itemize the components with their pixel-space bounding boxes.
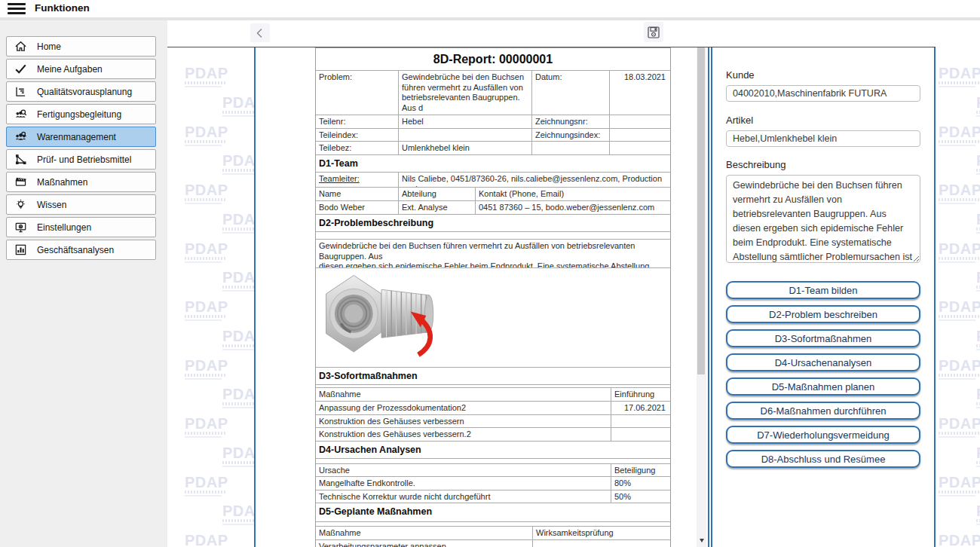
report-cell: Mangelhafte Endkontrolle. [316, 477, 611, 490]
chevron-left-icon [253, 26, 267, 40]
pdap-watermark: PDAP [976, 212, 980, 234]
pdap-watermark: PDAP [939, 66, 980, 87]
report-cell: 17.06.2021 [611, 402, 669, 414]
report-spacer-row [316, 459, 670, 464]
report-table-row: UrsacheBeteiligung [316, 464, 670, 477]
pdap-watermark: PDAP [976, 504, 980, 525]
report-cell: Zeichnungsindex: [532, 129, 610, 141]
sidebar-item-fertigungsbegleitung[interactable]: Fertigungsbegleitung [6, 104, 156, 124]
report-table-row: Verarbeitungsparameter anpassen [316, 540, 670, 547]
report-table-row: Teilebez:Umlenkhebel klein [316, 142, 670, 155]
d6-step-button[interactable]: D6-Maßnahmen durchführen [726, 402, 920, 420]
sidebar-item-pr-f-und-betriebsmittel[interactable]: Prüf- und Betriebsmittel [6, 149, 156, 170]
report-cell: Konstruktion des Gehäuses verbessern [316, 415, 611, 427]
artikel-input[interactable] [726, 130, 920, 147]
report-cell: Anpassung der Prozessdokumentation2 [316, 402, 611, 414]
d1-step-button[interactable]: D1-Team bilden [726, 281, 920, 299]
section-title: D4-Ursachen Analysen [316, 442, 424, 458]
sidebar-item-gesch-ftsanalysen[interactable]: Geschäftsanalysen [6, 240, 156, 260]
pdap-watermark: PDAP [939, 242, 980, 263]
report-section-header: D4-Ursachen Analysen [316, 442, 670, 459]
pdap-watermark: PDAP [185, 533, 227, 547]
report-table-row: Problem:Gewindebrüche bei den Buchsen fü… [316, 71, 670, 115]
report-preview-container: 8D-Report: 00000001Problem:Gewindebrüche… [254, 47, 709, 547]
set-square-icon [14, 153, 27, 167]
report-cell: Zeichnungsnr: [532, 115, 610, 128]
pdap-watermark: PDAP [939, 359, 980, 380]
pdap-watermark: PDAP [939, 533, 980, 547]
planning-chart-icon [14, 85, 27, 99]
sidebar-item-wissen[interactable]: Wissen [6, 194, 156, 215]
report-cell: Bodo Weber [316, 201, 399, 214]
report-cell: Teilenr: [316, 115, 399, 128]
pdap-watermark: PDAP [185, 125, 227, 146]
sidebar-item-meine-aufgaben[interactable]: Meine Aufgaben [6, 59, 156, 79]
report-cell [533, 540, 669, 547]
report-table-row: Konstruktion des Gehäuses verbessern [316, 415, 670, 428]
report-table-row: Mangelhafte Endkontrolle.80% [316, 477, 670, 490]
sidebar-item-ma-nahmen[interactable]: Maßnahmen [6, 172, 156, 192]
section-title: D2-Problembeschreibung [316, 215, 436, 231]
pdap-watermark: PDAP [185, 183, 227, 204]
top-bar: Funktionen [0, 0, 980, 20]
artikel-label: Artikel [726, 115, 920, 126]
sidebar-item-label: Warenmanagement [37, 132, 116, 142]
scrollbar-thumb[interactable] [697, 47, 705, 374]
report-cell: 50% [611, 490, 669, 503]
report-cell: Ext. Analyse [399, 201, 476, 214]
d8-step-button[interactable]: D8-Abschluss und Resümee [726, 450, 920, 468]
pdap-watermark: PDAP [976, 329, 980, 350]
back-button[interactable] [250, 23, 270, 42]
pdap-watermark: PDAP [185, 242, 227, 263]
d7-step-button[interactable]: D7-Wiederholungsvermeidung [726, 426, 920, 444]
report-table-row: Teamleiter:Nils Caliebe, 0451/87360-26, … [316, 173, 670, 188]
report-cell: 80% [611, 477, 669, 490]
sidebar-item-label: Einstellungen [37, 222, 91, 233]
report-cell: Beteiligung [611, 464, 669, 476]
kunde-input[interactable] [726, 85, 920, 102]
toolbar [167, 20, 980, 47]
report-title-row: 8D-Report: 00000001 [316, 48, 670, 71]
sidebar-item-label: Home [37, 41, 61, 52]
save-button[interactable] [644, 22, 663, 42]
beschreibung-textarea[interactable]: Gewindebrüche bei den Buchsen führen ver… [726, 175, 920, 263]
paragraph-text: Gewindebrüche bei den Buchsen führen ver… [316, 240, 670, 267]
content-area: PDAPPDAPPDAPPDAPPDAPPDAPPDAPPDAPPDAPPDAP… [167, 47, 980, 547]
sidebar-item-label: Fertigungsbegleitung [37, 109, 121, 120]
report-cell: Abteilung [399, 188, 476, 200]
pdap-watermark: PDAP [939, 183, 980, 204]
report-cell [399, 129, 532, 141]
settings-monitor-icon [14, 221, 27, 234]
report-cell: Technische Korrektur wurde nicht durchge… [316, 490, 611, 503]
d5-step-button[interactable]: D5-Maßnahmen planen [726, 377, 920, 396]
report-table-row: Technische Korrektur wurde nicht durchge… [316, 490, 670, 503]
report-cell: Teamleiter: [316, 173, 399, 187]
bar-chart-icon [14, 243, 27, 257]
hamburger-menu-icon[interactable] [8, 3, 26, 15]
report-cell [610, 115, 669, 128]
sidebar-item-home[interactable]: Home [6, 36, 156, 57]
report-table-row: Anpassung der Prozessdokumentation217.06… [316, 402, 670, 415]
sidebar-item-qualit-tsvorausplanung[interactable]: Qualitätsvorausplanung [6, 81, 156, 102]
scrollbar-down-arrow-icon[interactable] [697, 539, 706, 546]
sidebar-item-label: Qualitätsvorausplanung [37, 87, 132, 97]
pdap-watermark: PDAP [939, 475, 980, 497]
report-cell: Ursache [316, 464, 611, 476]
d2-step-button[interactable]: D2-Problem beschreiben [726, 305, 920, 323]
report-cell: Einführung [611, 388, 669, 401]
report-table-row: MaßnahmeEinführung [316, 388, 670, 402]
sidebar-item-warenmanagement[interactable]: Warenmanagement [6, 127, 156, 147]
report-cell: Gewindebrüche bei den Buchsen führen ver… [399, 71, 532, 115]
sidebar-item-einstellungen[interactable]: Einstellungen [6, 217, 156, 237]
d3-step-button[interactable]: D3-Sofortmaßnahmen [726, 329, 920, 347]
d4-step-button[interactable]: D4-Ursachenanalysen [726, 353, 920, 371]
document-scrollbar[interactable] [697, 47, 706, 547]
sidebar-item-label: Prüf- und Betriebsmittel [37, 154, 131, 165]
report-spacer-row [316, 232, 670, 240]
report-table-row: MaßnahmeWirksamkeitsprüfung [316, 527, 670, 540]
report-cell: Datum: [532, 71, 610, 115]
pdap-watermark: PDAP [939, 417, 980, 438]
report-cell: Hebel [399, 115, 532, 128]
sidebar: HomeMeine AufgabenQualitätsvorausplanung… [0, 20, 167, 547]
pdap-watermark: PDAP [185, 475, 227, 497]
